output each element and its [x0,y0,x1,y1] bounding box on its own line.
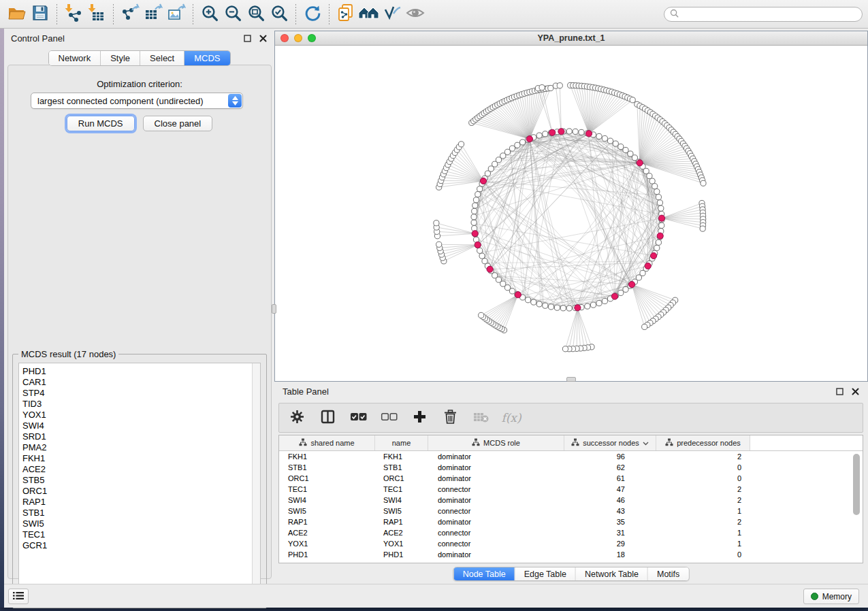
mcds-hub-node[interactable] [637,160,643,166]
float-panel-icon[interactable] [242,33,252,43]
network-node[interactable] [526,297,531,303]
network-leaf-node[interactable] [562,346,568,352]
mcds-result-item[interactable]: STB1 [22,508,260,518]
network-leaf-node[interactable] [479,312,484,318]
mcds-result-item[interactable]: SWI5 [22,518,260,529]
select-all-button[interactable] [349,408,368,428]
column-header-name[interactable]: name [375,435,428,450]
run-mcds-button[interactable]: Run MCDS [67,116,135,131]
delete-column-button[interactable] [440,408,460,428]
mcds-hub-node[interactable] [575,305,581,311]
search-input[interactable] [682,10,856,19]
network-node[interactable] [618,144,624,150]
mcds-hub-node[interactable] [585,131,592,137]
network-node[interactable] [472,208,477,214]
tab-mcds[interactable]: MCDS [184,51,229,65]
add-column-button[interactable] [410,408,429,428]
mcds-result-item[interactable]: TEC1 [22,529,260,540]
network-node[interactable] [607,138,613,144]
tab-network[interactable]: Network [48,51,101,65]
mcds-result-list[interactable]: PHD1CAR1STP4TID3YOX1SWI4SRD1PMA2FKH1ACE2… [18,363,261,602]
network-node[interactable] [579,129,584,135]
float-table-panel-icon[interactable] [835,386,844,396]
network-node[interactable] [573,129,578,134]
zoom-out-button[interactable] [221,3,244,25]
mcds-hub-node[interactable] [549,129,556,135]
network-node[interactable] [659,222,664,228]
vertical-splitter-handle[interactable] [272,304,276,314]
network-node[interactable] [649,178,655,184]
network-node[interactable] [504,149,510,154]
close-panel-icon[interactable] [258,33,268,43]
mcds-result-item[interactable]: ORC1 [22,486,260,497]
table-row[interactable]: ORC1ORC1dominator610 [279,473,863,484]
network-node[interactable] [656,195,661,200]
column-header-MCDS-role[interactable]: MCDS role [428,435,564,450]
network-node[interactable] [613,141,618,146]
network-node[interactable] [515,142,520,148]
tab-network-table[interactable]: Network Table [576,567,648,580]
mcds-hub-node[interactable] [558,129,564,135]
show-task-history-button[interactable] [8,589,29,604]
table-row[interactable]: SWI4SWI4dominator462 [279,495,863,506]
network-node[interactable] [590,302,596,308]
network-leaf-node[interactable] [701,180,706,186]
mcds-hub-node[interactable] [611,293,617,299]
table-row[interactable]: ACE2ACE2connector311 [279,527,863,538]
table-settings-button[interactable] [287,408,306,428]
table-scrollbar[interactable] [852,452,861,561]
export-image-button[interactable] [165,3,188,25]
mcds-result-item[interactable]: YOX1 [22,410,260,420]
network-leaf-node[interactable] [630,97,635,103]
network-node[interactable] [520,139,526,145]
network-node[interactable] [548,304,553,310]
network-window-titlebar[interactable]: YPA_prune.txt_1 [275,31,867,46]
network-node[interactable] [543,131,548,137]
network-node[interactable] [654,245,660,250]
mcds-result-item[interactable]: SWI4 [22,420,260,431]
network-node[interactable] [554,305,560,310]
network-node[interactable] [488,166,494,171]
save-session-button[interactable] [29,3,52,25]
horizontal-splitter-handle[interactable] [566,377,576,382]
mcds-hub-node[interactable] [645,263,651,269]
table-row[interactable]: FKH1FKH1dominator962 [279,451,863,462]
network-node[interactable] [656,240,661,245]
network-node[interactable] [536,301,542,307]
tab-node-table[interactable]: Node Table [454,567,515,580]
network-node[interactable] [479,253,485,259]
export-network-button[interactable] [118,3,142,25]
network-node[interactable] [654,189,660,195]
apply-style-button[interactable] [381,3,404,25]
network-node[interactable] [657,200,662,205]
network-node[interactable] [560,306,566,311]
mcds-list-scrollbar[interactable] [252,363,260,601]
mcds-result-item[interactable]: SRD1 [22,431,260,442]
network-node[interactable] [643,168,649,174]
network-node[interactable] [623,286,628,292]
network-node[interactable] [477,248,483,253]
deselect-all-button[interactable] [379,408,398,428]
table-scrollbar-thumb[interactable] [853,454,860,515]
mcds-result-item[interactable]: PHD1 [22,366,260,377]
mcds-result-item[interactable]: STP4 [22,388,260,399]
mcds-result-item[interactable]: ACE2 [22,464,260,475]
mcds-hub-node[interactable] [480,178,486,184]
clone-network-button[interactable] [334,3,357,25]
network-node[interactable] [485,171,490,176]
close-table-panel-icon[interactable] [850,386,860,396]
tab-motifs[interactable]: Motifs [648,567,688,580]
table-row[interactable]: PHD1PHD1dominator180 [279,549,863,560]
tab-select[interactable]: Select [140,51,184,65]
table-row[interactable]: TEC1TEC1connector472 [279,484,863,495]
mcds-result-item[interactable]: RAP1 [22,497,260,508]
network-node[interactable] [618,290,624,295]
mcds-hub-node[interactable] [651,252,657,259]
mcds-result-item[interactable]: STB5 [22,475,260,486]
refresh-view-button[interactable] [301,3,324,25]
open-session-button[interactable] [5,3,29,25]
import-table-button[interactable] [85,3,108,25]
network-node[interactable] [640,270,645,276]
network-leaf-node[interactable] [557,83,562,88]
zoom-selected-button[interactable] [268,3,291,25]
